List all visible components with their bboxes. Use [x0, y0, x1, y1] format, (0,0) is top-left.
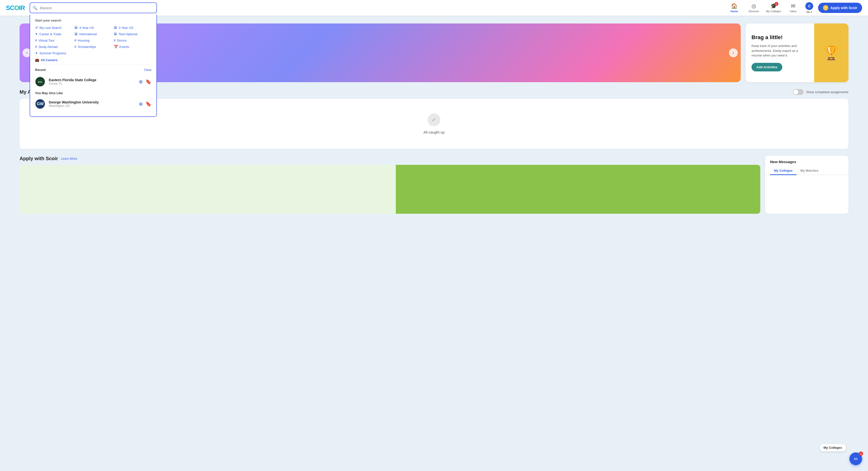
scholarship-icon: # [74, 45, 76, 49]
efsc-logo-icon: EFSC [37, 78, 43, 85]
nav-item-me[interactable]: C Me ▾ [805, 2, 813, 14]
nav-label-discover: Discover [748, 10, 759, 13]
suggested-college-item-gw[interactable]: GW George Washington University Washingt… [35, 97, 152, 111]
nav-label-inbox: Inbox [790, 10, 797, 13]
building2-icon: 🏛 [114, 26, 117, 30]
search-icon: 🔍 [33, 6, 37, 10]
apply-card-right [396, 165, 760, 214]
search-wrapper: 🔍 Start your search ↺ My Last Search 🏛 4… [30, 2, 157, 13]
hero-next-button[interactable]: › [729, 48, 738, 57]
college-actions-gw: ⊕ 🔖 [139, 101, 152, 106]
trophy-icon: 🏆 [823, 45, 840, 61]
start-search-label: Start your search [35, 19, 152, 22]
college-avatar-gw: GW [35, 99, 45, 109]
svg-text:EFSC: EFSC [38, 81, 42, 83]
tag-events[interactable]: 📅 Events [114, 45, 152, 49]
messages-card: New Messages My Colleges My Matches [765, 156, 848, 214]
nav-item-home[interactable]: 🏠 Home [727, 3, 742, 13]
chevron-down-icon: ▾ [811, 10, 812, 14]
nav-label-home: Home [731, 10, 738, 13]
nav-label-my-colleges: My Colleges [766, 10, 781, 13]
brag-title: Brag a little! [751, 34, 808, 41]
search-dropdown-top: Start your search ↺ My Last Search 🏛 4-Y… [30, 15, 156, 65]
search-input[interactable] [30, 2, 157, 13]
college-avatar-efsc: EFSC [35, 76, 45, 87]
tag-summer-programs[interactable]: ✦ Summer Programs [35, 51, 73, 55]
add-college-button-efsc[interactable]: ⊕ [139, 79, 143, 84]
intl-icon: 🏛 [74, 32, 78, 36]
chevron-right-icon: › [733, 51, 734, 55]
apply-with-scoir-button[interactable]: ✦ Apply with Scoir [818, 3, 862, 13]
nav-right: 🏠 Home ◎ Discover 🎓 1 My Colleges ✉ Inbo… [727, 2, 862, 14]
navbar: SCOIR 🔍 Start your search ↺ My Last Sear… [0, 0, 868, 15]
recent-college-item[interactable]: EFSC Eastern Florida State College Cocoa… [35, 75, 152, 89]
tab-my-colleges[interactable]: My Colleges [770, 167, 797, 175]
me-avatar: C [805, 2, 813, 10]
brag-card: Brag a little! Keep track of your activi… [746, 24, 848, 82]
hash-icon: # [35, 38, 37, 42]
tag-2-year-us[interactable]: 🏛 2-Year US [114, 26, 152, 30]
tag-study-abroad[interactable]: # Study Abroad [35, 45, 73, 49]
bookmark-college-button-gw[interactable]: 🔖 [146, 101, 152, 106]
briefcase-icon: 💼 [35, 58, 39, 62]
college-info-gw: George Washington University Washington,… [49, 100, 135, 108]
brag-text: Brag a little! Keep track of your activi… [746, 24, 814, 82]
inbox-icon: ✉ [791, 3, 795, 9]
star-icon: ✦ [35, 32, 38, 36]
home-icon: 🏠 [731, 3, 738, 9]
add-activities-button[interactable]: Add Activities [751, 63, 782, 71]
tag-virtual-tour[interactable]: # Virtual Tour [35, 38, 73, 42]
learn-more-link[interactable]: Learn More [61, 157, 77, 161]
tab-my-matches[interactable]: My Matches [797, 167, 823, 175]
tag-my-last-search[interactable]: ↺ My Last Search [35, 26, 73, 30]
you-may-like-label: You May Also Like [35, 91, 152, 95]
dorms-icon: # [114, 38, 116, 42]
apply-card-left [20, 165, 396, 214]
tag-career-trade[interactable]: ✦ Career & Trade [35, 32, 73, 36]
calendar-icon: 📅 [114, 45, 118, 49]
college-location-gw: Washington, DC [49, 104, 135, 108]
recent-header: Recent Clear [35, 68, 152, 72]
nav-item-inbox[interactable]: ✉ Inbox [786, 3, 800, 13]
my-colleges-badge-wrapper: 🎓 1 [770, 3, 777, 9]
clear-button[interactable]: Clear [144, 68, 152, 72]
my-colleges-badge: 1 [774, 2, 778, 6]
logo-accent: O [14, 4, 19, 11]
college-name-efsc: Eastern Florida State College [49, 78, 135, 82]
tag-dorms[interactable]: # Dorms [114, 38, 152, 42]
nav-item-my-colleges[interactable]: 🎓 1 My Colleges [766, 3, 781, 13]
messages-tabs: My Colleges My Matches [765, 167, 848, 175]
tag-housing[interactable]: # Housing [74, 38, 112, 42]
tag-scholarships[interactable]: # Scholarships [74, 45, 112, 49]
history-icon: ↺ [35, 26, 38, 30]
add-college-button-gw[interactable]: ⊕ [139, 101, 143, 106]
bookmark-college-button-efsc[interactable]: 🔖 [146, 79, 152, 84]
nav-label-me: Me ▾ [806, 10, 812, 14]
search-dropdown-recent: Recent Clear EFSC Eastern Florida State … [30, 65, 156, 113]
college-name-gw: George Washington University [49, 100, 135, 104]
tag-4-year-us[interactable]: 🏛 4-Year US [74, 26, 112, 30]
chevron-left-icon: ‹ [26, 51, 27, 55]
apply-section-title: Apply with Scoir [20, 156, 58, 161]
tag-international[interactable]: 🏛 International [74, 32, 112, 36]
apply-section: Apply with Scoir Learn More [20, 156, 760, 214]
college-location-efsc: Cocoa, FL [49, 82, 135, 86]
apply-section-header: Apply with Scoir Learn More [20, 156, 760, 161]
help-button[interactable]: ∞ 1 [849, 452, 862, 465]
study-icon: # [35, 45, 37, 49]
nav-item-discover[interactable]: ◎ Discover [747, 3, 761, 13]
my-colleges-bottom-badge[interactable]: My Colleges [819, 444, 846, 451]
caught-up-message: All caught up [424, 130, 445, 134]
logo[interactable]: SCOIR [6, 4, 25, 12]
brag-icon-panel: 🏆 [814, 24, 848, 82]
discover-icon: ◎ [751, 3, 756, 9]
search-dropdown: Start your search ↺ My Last Search 🏛 4-Y… [30, 15, 157, 117]
building-icon: 🏛 [74, 26, 78, 30]
test-icon: 🏛 [114, 32, 117, 36]
tag-all-careers[interactable]: 💼 All Careers [35, 58, 152, 62]
toggle-label: Show completed assignments [806, 90, 848, 94]
tag-test-optional[interactable]: 🏛 Test-Optional [114, 32, 152, 36]
show-completed-toggle[interactable] [793, 89, 804, 95]
summer-icon: ✦ [35, 51, 38, 55]
search-tags: ↺ My Last Search 🏛 4-Year US 🏛 2-Year US… [35, 26, 152, 55]
